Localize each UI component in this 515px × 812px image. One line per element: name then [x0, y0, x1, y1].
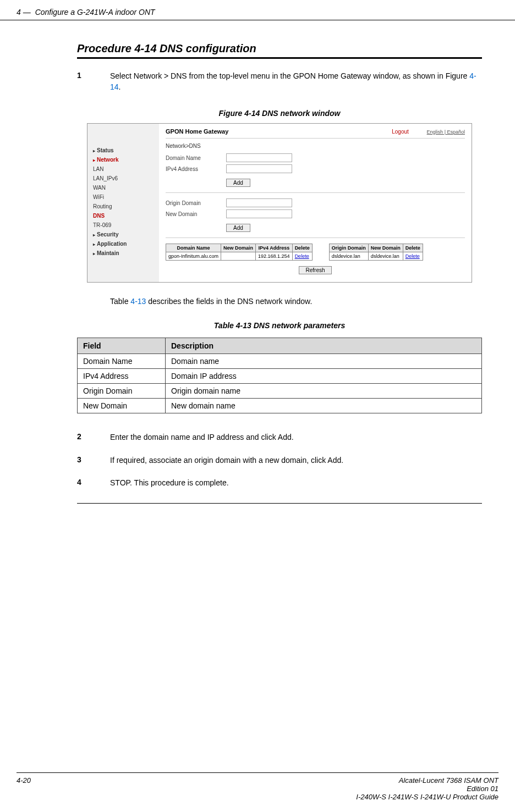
sidebar-item-wan[interactable]: WAN: [87, 183, 159, 192]
gateway-title: GPON Home Gateway: [166, 128, 228, 135]
new-domain-label: New Domain: [166, 211, 226, 217]
step-text: If required, associate an origin domain …: [110, 455, 482, 466]
step-3: 3 If required, associate an origin domai…: [77, 455, 482, 466]
procedure-heading: Procedure 4-14 DNS configuration: [77, 42, 482, 59]
domain-name-label: Domain Name: [166, 155, 226, 161]
text: Table: [110, 297, 130, 306]
language-switch[interactable]: English | Español: [427, 129, 465, 135]
footer-line: Edition 01: [356, 785, 498, 793]
step-text: STOP. This procedure is complete.: [110, 478, 482, 489]
step-4: 4 STOP. This procedure is complete.: [77, 478, 482, 489]
table-row: IPv4 Address Domain IP address: [78, 369, 482, 384]
cell-field: IPv4 Address: [78, 369, 166, 384]
page-number: 4-20: [17, 776, 31, 801]
th-ipv4: IPv4 Address: [256, 244, 293, 252]
chapter-number: 4 —: [17, 8, 31, 16]
step-number: 1: [77, 71, 110, 92]
cell-origin: dsldevice.lan: [329, 252, 368, 261]
params-table: Field Description Domain Name Domain nam…: [77, 338, 482, 413]
sidebar-item-tr069[interactable]: TR-069: [87, 220, 159, 230]
cell-desc: Origin domain name: [166, 384, 482, 399]
cell-domain: gpon-Infinitum.alu.com: [166, 252, 221, 261]
table-link[interactable]: 4-13: [130, 297, 146, 306]
step-2: 2 Enter the domain name and IP address a…: [77, 432, 482, 443]
new-domain-input[interactable]: [226, 209, 292, 218]
origin-table: Origin Domain New Domain Delete dsldevic…: [329, 244, 423, 261]
cell-new-domain: [221, 252, 256, 261]
sidebar-item-maintain[interactable]: Maintain: [87, 248, 159, 258]
delete-link[interactable]: Delete: [295, 253, 309, 259]
cell-new: dsldevice.lan: [368, 252, 403, 261]
th-delete: Delete: [403, 244, 423, 252]
th-delete: Delete: [292, 244, 312, 252]
cell-field: New Domain: [78, 399, 166, 413]
page-header: 4 — Configure a G-241W-A indoor ONT: [0, 0, 515, 20]
page-footer: 4-20 Alcatel-Lucent 7368 ISAM ONT Editio…: [17, 772, 498, 801]
divider: [166, 237, 465, 238]
refresh-button[interactable]: Refresh: [299, 266, 332, 274]
th-field: Field: [78, 338, 166, 354]
step-number: 2: [77, 432, 110, 443]
table-row: Origin Domain Origin domain name: [78, 384, 482, 399]
ipv4-label: IPv4 Address: [166, 166, 226, 172]
cell-desc: Domain IP address: [166, 369, 482, 384]
add-button-1[interactable]: Add: [226, 179, 250, 187]
th-domain-name: Domain Name: [166, 244, 221, 252]
step-text-part: .: [119, 82, 121, 91]
footer-line: Alcatel-Lucent 7368 ISAM ONT: [356, 776, 498, 785]
sidebar-item-lan-ipv6[interactable]: LAN_IPv6: [87, 174, 159, 183]
footer-line: I-240W-S I-241W-S I-241W-U Product Guide: [356, 793, 498, 801]
th-new-domain: New Domain: [221, 244, 256, 252]
step-number: 4: [77, 478, 110, 489]
add-button-2[interactable]: Add: [226, 224, 250, 232]
divider: [166, 192, 465, 193]
step-number: 3: [77, 455, 110, 466]
ipv4-input[interactable]: [226, 164, 292, 173]
breadcrumb: Network>DNS: [166, 143, 465, 149]
table-row: gpon-Infinitum.alu.com 192.168.1.254 Del…: [166, 252, 313, 261]
sidebar-item-lan[interactable]: LAN: [87, 164, 159, 174]
th-origin: Origin Domain: [329, 244, 368, 252]
cell-desc: New domain name: [166, 399, 482, 413]
table-intro: Table 4-13 describes the fields in the D…: [110, 297, 482, 306]
step-text: Select Network > DNS from the top-level …: [110, 71, 482, 92]
text: describes the fields in the DNS network …: [146, 297, 312, 306]
sidebar-item-network[interactable]: Network: [87, 155, 159, 164]
delete-link[interactable]: Delete: [406, 253, 420, 259]
table-caption: Table 4-13 DNS network parameters: [77, 321, 482, 330]
end-rule: [77, 503, 482, 504]
cell-ip: 192.168.1.254: [256, 252, 293, 261]
cell-field: Domain Name: [78, 354, 166, 369]
sidebar-item-status[interactable]: Status: [87, 146, 159, 155]
step-text-part: Select Network > DNS from the top-level …: [110, 71, 469, 80]
sidebar-item-application[interactable]: Application: [87, 239, 159, 248]
step-text: Enter the domain name and IP address and…: [110, 432, 482, 443]
cell-field: Origin Domain: [78, 384, 166, 399]
table-row: New Domain New domain name: [78, 399, 482, 413]
domain-table: Domain Name New Domain IPv4 Address Dele…: [166, 244, 313, 261]
domain-name-input[interactable]: [226, 153, 292, 162]
figure-caption: Figure 4-14 DNS network window: [77, 109, 482, 118]
origin-domain-label: Origin Domain: [166, 200, 226, 206]
step-1: 1 Select Network > DNS from the top-leve…: [77, 71, 482, 92]
cell-desc: Domain name: [166, 354, 482, 369]
sidebar-item-dns[interactable]: DNS: [87, 211, 159, 220]
sidebar-item-wifi[interactable]: WiFi: [87, 192, 159, 202]
chapter-title: Configure a G-241W-A indoor ONT: [35, 8, 155, 16]
th-new: New Domain: [368, 244, 403, 252]
table-row: dsldevice.lan dsldevice.lan Delete: [329, 252, 423, 261]
origin-domain-input[interactable]: [226, 198, 292, 207]
sidebar-item-security[interactable]: Security: [87, 230, 159, 239]
logout-link[interactable]: Logout: [392, 129, 409, 135]
sidebar: Status Network LAN LAN_IPv6 WAN WiFi Rou…: [87, 124, 159, 282]
table-row: Domain Name Domain name: [78, 354, 482, 369]
th-desc: Description: [166, 338, 482, 354]
dns-window-screenshot: Status Network LAN LAN_IPv6 WAN WiFi Rou…: [87, 123, 472, 283]
sidebar-item-routing[interactable]: Routing: [87, 202, 159, 211]
